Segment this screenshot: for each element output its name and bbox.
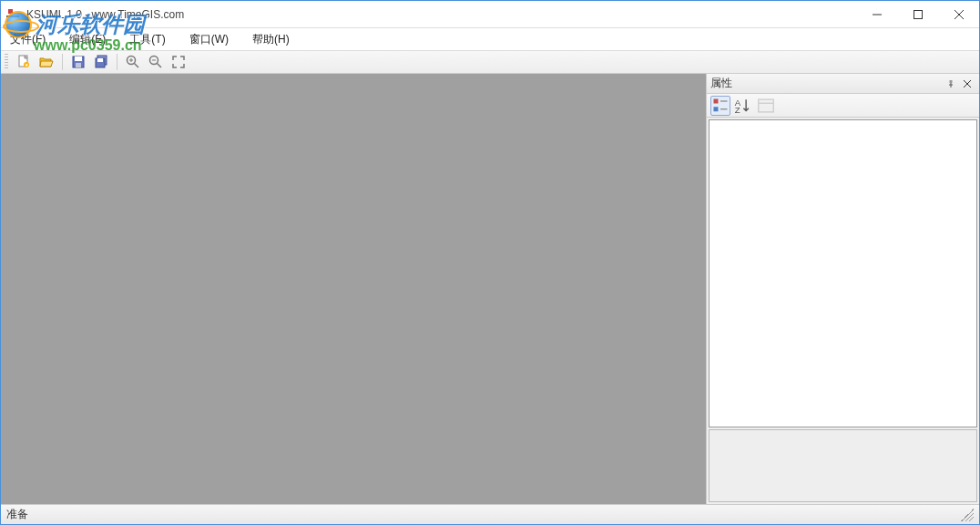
zoom-out-button[interactable]: [146, 52, 166, 72]
toolbar: ★: [1, 50, 979, 74]
window-controls: [856, 1, 979, 27]
svg-rect-1: [914, 10, 922, 18]
svg-rect-24: [714, 107, 719, 111]
svg-line-14: [135, 64, 139, 68]
categorized-button[interactable]: [710, 96, 730, 116]
maximize-button[interactable]: [897, 1, 938, 27]
minimize-button[interactable]: [856, 1, 897, 27]
menu-window[interactable]: 窗口(W): [186, 28, 232, 51]
app-icon: [6, 7, 21, 22]
toolbar-grip: [5, 54, 8, 70]
svg-line-18: [158, 64, 162, 68]
svg-rect-23: [714, 98, 719, 103]
svg-rect-20: [950, 80, 953, 83]
svg-rect-9: [76, 63, 81, 67]
window-title: KSUML 1.0 - www.TimeGIS.com: [26, 8, 184, 21]
toolbar-separator: [117, 54, 117, 70]
toolbar-separator: [62, 54, 63, 70]
svg-rect-8: [75, 57, 82, 61]
open-folder-button[interactable]: [36, 52, 56, 72]
menubar: 文件(F) 编辑(E) 工具(T) 窗口(W) 帮助(H): [1, 28, 979, 50]
properties-description: [709, 429, 977, 502]
menu-edit[interactable]: 编辑(E): [66, 28, 109, 51]
svg-text:Z: Z: [735, 105, 740, 115]
properties-grid[interactable]: [709, 119, 977, 427]
menu-tools[interactable]: 工具(T): [126, 28, 168, 51]
zoom-in-button[interactable]: [123, 52, 143, 72]
canvas-workspace[interactable]: [1, 74, 706, 504]
fit-screen-button[interactable]: [168, 52, 189, 72]
properties-panel: 属性 AZ: [706, 74, 979, 504]
property-pages-button[interactable]: [756, 96, 776, 116]
menu-help[interactable]: 帮助(H): [249, 28, 293, 51]
status-text: 准备: [6, 507, 28, 522]
menu-file[interactable]: 文件(F): [6, 28, 49, 51]
new-file-button[interactable]: ★: [14, 52, 34, 72]
main-area: 属性 AZ: [1, 74, 979, 504]
resize-grip[interactable]: [961, 509, 974, 521]
panel-close-button[interactable]: [959, 76, 975, 92]
svg-rect-12: [97, 58, 103, 62]
save-button[interactable]: [68, 52, 88, 72]
statusbar: 准备: [1, 504, 979, 524]
alphabetical-button[interactable]: AZ: [732, 96, 752, 116]
properties-toolbar: AZ: [707, 94, 979, 118]
titlebar: KSUML 1.0 - www.TimeGIS.com: [1, 1, 979, 28]
svg-rect-29: [759, 99, 774, 112]
properties-header: 属性: [707, 74, 979, 94]
close-button[interactable]: [938, 1, 979, 27]
pin-button[interactable]: [943, 76, 959, 92]
properties-title: 属性: [710, 76, 943, 91]
save-all-button[interactable]: [91, 52, 111, 72]
